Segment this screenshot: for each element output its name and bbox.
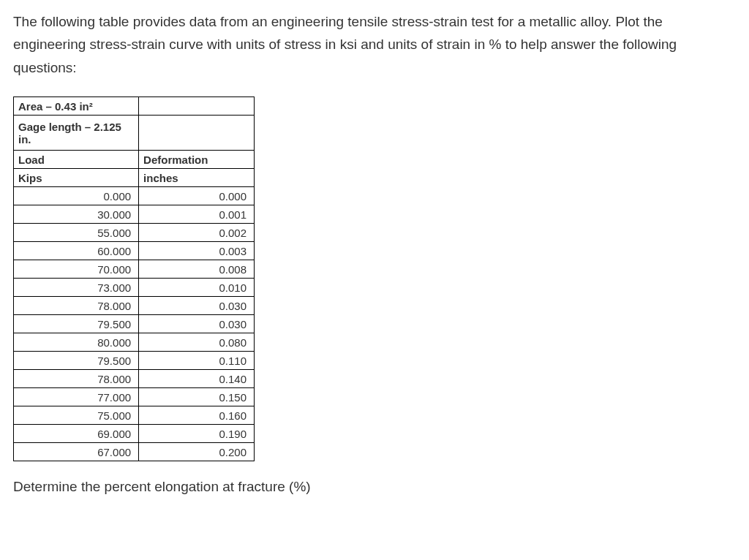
table-row: 0.0000.000	[14, 187, 255, 205]
kips-unit: Kips	[14, 169, 139, 187]
deformation-value: 0.002	[139, 224, 255, 242]
empty-cell	[139, 97, 255, 116]
load-value: 73.000	[14, 279, 139, 297]
deformation-value: 0.140	[139, 370, 255, 388]
load-value: 78.000	[14, 297, 139, 315]
data-table: Area – 0.43 in² Gage length – 2.125 in. …	[13, 97, 255, 461]
table-row: 30.0000.001	[14, 205, 255, 224]
table-row: 69.0000.190	[14, 425, 255, 443]
table-row: 60.0000.003	[14, 242, 255, 260]
load-value: 78.000	[14, 370, 139, 388]
load-value: 80.000	[14, 333, 139, 352]
load-value: 60.000	[14, 242, 139, 260]
deformation-value: 0.010	[139, 279, 255, 297]
load-value: 70.000	[14, 260, 139, 279]
table-row: 80.0000.080	[14, 333, 255, 352]
table-row: 55.0000.002	[14, 224, 255, 242]
table-row: 79.5000.110	[14, 352, 255, 370]
gage-cell: Gage length – 2.125 in.	[14, 116, 139, 151]
table-row: 78.0000.030	[14, 297, 255, 315]
deformation-value: 0.003	[139, 242, 255, 260]
load-value: 77.000	[14, 388, 139, 406]
load-value: 79.500	[14, 315, 139, 333]
inches-unit: inches	[139, 169, 255, 187]
table-row: 67.0000.200	[14, 443, 255, 461]
load-header: Load	[14, 151, 139, 169]
deformation-value: 0.008	[139, 260, 255, 279]
deformation-header: Deformation	[139, 151, 255, 169]
deformation-value: 0.110	[139, 352, 255, 370]
load-value: 0.000	[14, 187, 139, 205]
table-row: 73.0000.010	[14, 279, 255, 297]
load-value: 55.000	[14, 224, 139, 242]
deformation-value: 0.030	[139, 297, 255, 315]
question-text: Determine the percent elongation at frac…	[13, 479, 736, 495]
deformation-value: 0.000	[139, 187, 255, 205]
table-row: 75.0000.160	[14, 406, 255, 425]
load-value: 69.000	[14, 425, 139, 443]
deformation-value: 0.150	[139, 388, 255, 406]
deformation-value: 0.001	[139, 205, 255, 224]
deformation-value: 0.080	[139, 333, 255, 352]
load-value: 79.500	[14, 352, 139, 370]
load-value: 67.000	[14, 443, 139, 461]
area-cell: Area – 0.43 in²	[14, 97, 139, 116]
table-row: 70.0000.008	[14, 260, 255, 279]
problem-intro: The following table provides data from a…	[13, 10, 736, 79]
deformation-value: 0.030	[139, 315, 255, 333]
table-row: 78.0000.140	[14, 370, 255, 388]
deformation-value: 0.160	[139, 406, 255, 425]
deformation-value: 0.190	[139, 425, 255, 443]
table-row: 77.0000.150	[14, 388, 255, 406]
load-value: 75.000	[14, 406, 139, 425]
load-value: 30.000	[14, 205, 139, 224]
table-row: 79.5000.030	[14, 315, 255, 333]
empty-cell	[139, 116, 255, 151]
deformation-value: 0.200	[139, 443, 255, 461]
